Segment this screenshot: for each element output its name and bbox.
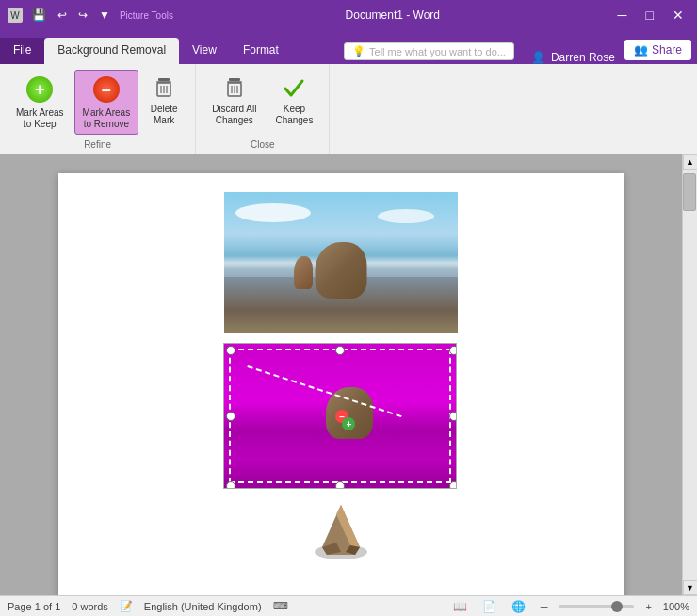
title-bar-left: W 💾 ↩ ↪ ▼ Picture Tools <box>8 7 173 24</box>
tab-background-removal[interactable]: Background Removal <box>44 38 179 64</box>
refine-buttons: + Mark Areasto Keep – Mark Areasto Remov… <box>8 70 187 138</box>
title-bar: W 💾 ↩ ↪ ▼ Picture Tools Document1 - Word… <box>0 0 697 30</box>
status-bar-right: 📖 📄 🌐 ─ + 100% <box>449 599 689 614</box>
close-group-label: Close <box>203 138 321 154</box>
share-icon: 👥 <box>634 43 648 57</box>
save-button[interactable]: 💾 <box>28 7 50 24</box>
handle-br <box>449 481 457 489</box>
search-placeholder: Tell me what you want to do... <box>369 46 506 57</box>
share-button[interactable]: 👥 Share <box>624 40 691 60</box>
mark-remove-label: Mark Areasto Remove <box>83 107 131 130</box>
user-name: Darren Rose <box>551 51 615 64</box>
user-info: 👤 Darren Rose <box>522 51 624 64</box>
refine-group-label: Refine <box>8 138 187 154</box>
user-icon: 👤 <box>531 51 545 64</box>
page-info: Page 1 of 1 <box>8 601 60 612</box>
document-area: – + ▲ ▼ <box>0 154 697 595</box>
restore-button[interactable]: □ <box>640 6 659 24</box>
document-content: – + <box>0 154 682 595</box>
view-print-button[interactable]: 📄 <box>478 599 500 614</box>
undo-button[interactable]: ↩ <box>54 7 71 24</box>
word-count: 0 words <box>72 601 108 612</box>
window-controls: ─ □ ✕ <box>612 6 689 24</box>
app-title: Document1 - Word <box>346 8 440 22</box>
keep-changes-label: KeepChanges <box>275 104 313 126</box>
red-minus-circle: – <box>93 76 120 103</box>
svg-rect-0 <box>158 78 170 81</box>
bg-removal-image: – + <box>223 343 457 489</box>
ribbon-tab-bar: File Background Removal View Format 💡 Te… <box>0 30 697 64</box>
tab-file[interactable]: File <box>0 38 44 64</box>
original-beach-image[interactable] <box>224 192 458 333</box>
customize-qa-button[interactable]: ▼ <box>95 7 114 24</box>
ribbon-group-close: Discard AllChanges KeepChanges Close <box>196 64 330 154</box>
word-icon: W <box>8 8 23 23</box>
svg-rect-6 <box>229 78 240 81</box>
delete-mark-button[interactable]: DeleteMark <box>140 70 187 131</box>
rock-main <box>316 242 367 299</box>
handle-mr <box>449 412 457 421</box>
zoom-slider[interactable] <box>559 605 634 608</box>
ribbon: + Mark Areasto Keep – Mark Areasto Remov… <box>0 64 697 154</box>
close-buttons: Discard AllChanges KeepChanges <box>203 70 321 138</box>
language: English (United Kingdom) <box>144 601 262 612</box>
mark-areas-to-remove-button[interactable]: – Mark Areasto Remove <box>74 70 139 135</box>
mark-keep-icon: + <box>24 74 55 105</box>
zoom-minus-btn[interactable]: ─ <box>537 601 552 612</box>
beach-scene <box>224 192 458 333</box>
bg-removal-image-container[interactable]: – + <box>223 343 459 491</box>
handle-bl <box>226 481 235 489</box>
handle-tm <box>335 346 345 355</box>
discard-icon <box>221 74 248 101</box>
document-title: Document1 - Word <box>346 8 440 22</box>
redo-button[interactable]: ↪ <box>74 7 91 24</box>
vertical-scrollbar[interactable]: ▲ ▼ <box>682 154 697 595</box>
discard-changes-label: Discard AllChanges <box>212 104 256 126</box>
delete-mark-label: DeleteMark <box>151 104 178 126</box>
view-web-button[interactable]: 🌐 <box>508 599 529 614</box>
delete-mark-icon <box>151 74 177 101</box>
status-bar: Page 1 of 1 0 words 📝 English (United Ki… <box>0 595 697 616</box>
close-button[interactable]: ✕ <box>667 6 689 24</box>
tab-view[interactable]: View <box>179 38 230 64</box>
keep-changes-icon <box>281 74 307 101</box>
scroll-track[interactable] <box>683 170 697 580</box>
view-read-button[interactable]: 📖 <box>449 599 471 614</box>
language-icon: ⌨ <box>273 600 288 612</box>
mark-areas-to-keep-button[interactable]: + Mark Areasto Keep <box>8 70 73 135</box>
scroll-up-arrow[interactable]: ▲ <box>683 154 698 170</box>
picture-tools-label: Picture Tools <box>120 10 173 21</box>
share-label: Share <box>652 43 682 57</box>
document-page: – + <box>58 173 624 595</box>
green-plus-circle: + <box>26 76 53 103</box>
zoom-percent: 100% <box>663 601 689 612</box>
zoom-plus-btn[interactable]: + <box>641 601 655 612</box>
scroll-thumb[interactable] <box>683 173 696 211</box>
zoom-thumb <box>611 601 623 612</box>
proofing-icon: 📝 <box>120 600 133 612</box>
extracted-rock-preview <box>308 500 374 564</box>
mark-keep-label: Mark Areasto Keep <box>16 107 64 130</box>
rock-svg <box>308 500 374 561</box>
search-box[interactable]: 💡 Tell me what you want to do... <box>344 42 514 60</box>
tab-format[interactable]: Format <box>230 38 292 64</box>
mark-remove-icon: – <box>91 74 122 105</box>
minimize-button[interactable]: ─ <box>612 6 633 24</box>
handle-bm <box>335 481 345 489</box>
quick-access-toolbar: 💾 ↩ ↪ ▼ <box>28 7 114 24</box>
diagonal-line <box>223 365 401 489</box>
keep-changes-button[interactable]: KeepChanges <box>267 70 321 131</box>
ribbon-group-refine: + Mark Areasto Keep – Mark Areasto Remov… <box>0 64 196 154</box>
handle-tl <box>226 346 235 355</box>
search-icon: 💡 <box>352 45 365 57</box>
discard-changes-button[interactable]: Discard AllChanges <box>203 70 265 131</box>
rock-left <box>294 256 313 289</box>
handle-tr <box>449 346 457 355</box>
scroll-down-arrow[interactable]: ▼ <box>683 580 698 595</box>
cloud-right <box>378 209 434 223</box>
cloud-left <box>235 203 311 222</box>
